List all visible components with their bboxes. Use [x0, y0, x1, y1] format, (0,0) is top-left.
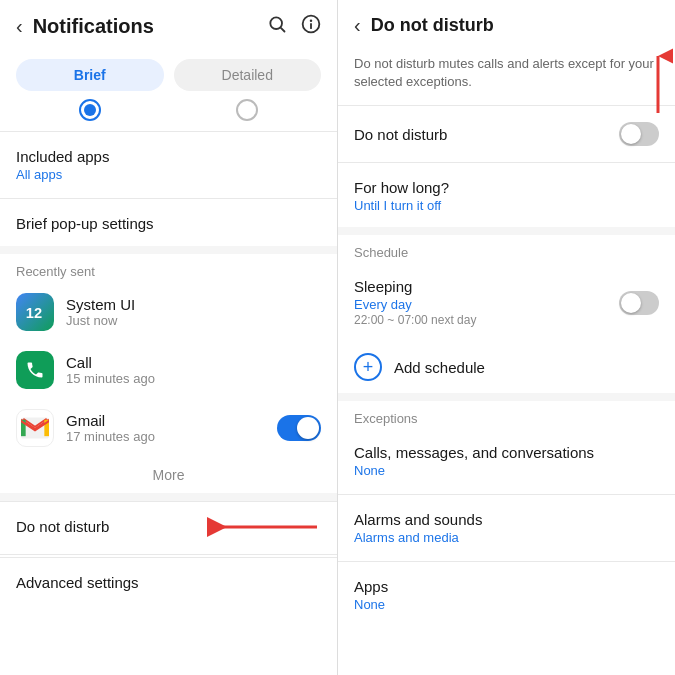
calls-messages-row[interactable]: Calls, messages, and conversations None [338, 430, 675, 492]
left-header: ‹ Notifications [0, 0, 337, 53]
apps-subtitle: None [354, 597, 659, 612]
right-header: ‹ Do not disturb [338, 0, 675, 51]
page-title: Notifications [33, 15, 267, 38]
dnd-row-info: Do not disturb [354, 126, 619, 143]
radio-brief-circle[interactable] [79, 99, 101, 121]
for-how-long-title: For how long? [354, 179, 659, 196]
sleeping-time: 22:00 ~ 07:00 next day [354, 313, 619, 327]
call-icon [16, 351, 54, 389]
apps-row[interactable]: Apps None [338, 564, 675, 626]
right-panel: ‹ Do not disturb Do not disturb mutes ca… [338, 0, 675, 675]
app-time-system-ui: Just now [66, 313, 321, 328]
for-how-long-subtitle: Until I turn it off [354, 198, 659, 213]
alarms-sounds-info: Alarms and sounds Alarms and media [354, 511, 659, 545]
back-button[interactable]: ‹ [16, 15, 23, 38]
app-row-gmail[interactable]: Gmail 17 minutes ago [0, 399, 337, 457]
gmail-icon [16, 409, 54, 447]
search-icon[interactable] [267, 14, 287, 39]
app-info-system-ui: System UI Just now [66, 296, 321, 328]
red-arrow-up-annotation [623, 48, 673, 118]
calls-messages-title: Calls, messages, and conversations [354, 444, 659, 461]
sleeping-info: Sleeping Every day 22:00 ~ 07:00 next da… [354, 278, 619, 327]
app-row-call[interactable]: Call 15 minutes ago [0, 341, 337, 399]
do-not-disturb-row[interactable]: Do not disturb [338, 108, 675, 160]
sleeping-subtitle: Every day [354, 297, 619, 312]
brief-popup-item[interactable]: Brief pop-up settings [0, 201, 337, 246]
advanced-settings-item[interactable]: Advanced settings [0, 557, 337, 608]
dnd-toggle-thumb [621, 124, 641, 144]
svg-line-1 [281, 28, 285, 32]
apps-info: Apps None [354, 578, 659, 612]
recently-sent-label: Recently sent [0, 254, 337, 283]
sleeping-title: Sleeping [354, 278, 619, 295]
for-how-long-row[interactable]: For how long? Until I turn it off [338, 165, 675, 227]
brief-popup-title: Brief pop-up settings [16, 215, 321, 232]
right-divider-apps [338, 561, 675, 562]
radio-detailed-circle[interactable] [236, 99, 258, 121]
alarms-sounds-subtitle: Alarms and media [354, 530, 659, 545]
exceptions-label: Exceptions [338, 401, 675, 430]
radio-brief[interactable] [16, 99, 164, 121]
apps-title: Apps [354, 578, 659, 595]
app-info-call: Call 15 minutes ago [66, 354, 321, 386]
add-schedule-label: Add schedule [394, 359, 485, 376]
radio-detailed[interactable] [174, 99, 322, 121]
sleeping-toggle[interactable] [619, 291, 659, 315]
left-panel: ‹ Notifications Brief Detailed [0, 0, 338, 675]
section-divider-2 [0, 493, 337, 501]
calls-messages-info: Calls, messages, and conversations None [354, 444, 659, 478]
do-not-disturb-label: Do not disturb [16, 518, 109, 535]
sleeping-row[interactable]: Sleeping Every day 22:00 ~ 07:00 next da… [338, 264, 675, 341]
right-section-divider-1 [338, 227, 675, 235]
calls-messages-subtitle: None [354, 463, 659, 478]
svg-text:12: 12 [26, 305, 42, 321]
right-back-button[interactable]: ‹ [354, 14, 361, 37]
right-section-divider-2 [338, 393, 675, 401]
dnd-row-title: Do not disturb [354, 126, 619, 143]
app-name-call: Call [66, 354, 321, 371]
alarms-sounds-title: Alarms and sounds [354, 511, 659, 528]
right-page-title: Do not disturb [371, 15, 494, 36]
info-icon[interactable] [301, 14, 321, 39]
advanced-settings-label: Advanced settings [16, 574, 139, 591]
alarms-sounds-row[interactable]: Alarms and sounds Alarms and media [338, 497, 675, 559]
right-divider-exceptions [338, 494, 675, 495]
divider-1 [0, 131, 337, 132]
do-not-disturb-item[interactable]: Do not disturb [0, 501, 337, 552]
header-icons [267, 14, 321, 39]
red-arrow-left-annotation [207, 511, 327, 543]
app-time-call: 15 minutes ago [66, 371, 321, 386]
tab-detailed[interactable]: Detailed [174, 59, 322, 91]
dnd-toggle[interactable] [619, 122, 659, 146]
app-info-gmail: Gmail 17 minutes ago [66, 412, 277, 444]
tab-brief[interactable]: Brief [16, 59, 164, 91]
radio-row [0, 91, 337, 129]
more-button[interactable]: More [0, 457, 337, 493]
included-apps-subtitle: All apps [16, 167, 321, 182]
included-apps-item[interactable]: Included apps All apps [0, 134, 337, 196]
schedule-label: Schedule [338, 235, 675, 264]
system-ui-icon: 12 [16, 293, 54, 331]
divider-bottom [0, 554, 337, 555]
app-name-gmail: Gmail [66, 412, 277, 429]
section-divider-1 [0, 246, 337, 254]
plus-icon: + [354, 353, 382, 381]
right-divider-2 [338, 162, 675, 163]
app-name-system-ui: System UI [66, 296, 321, 313]
tab-row: Brief Detailed [0, 53, 337, 91]
app-time-gmail: 17 minutes ago [66, 429, 277, 444]
included-apps-title: Included apps [16, 148, 321, 165]
divider-2 [0, 198, 337, 199]
add-schedule-row[interactable]: + Add schedule [338, 341, 675, 393]
app-row-system-ui[interactable]: 12 System UI Just now [0, 283, 337, 341]
sleeping-toggle-thumb [621, 293, 641, 313]
for-how-long-info: For how long? Until I turn it off [354, 179, 659, 213]
gmail-toggle[interactable] [277, 415, 321, 441]
gmail-toggle-thumb [297, 417, 319, 439]
